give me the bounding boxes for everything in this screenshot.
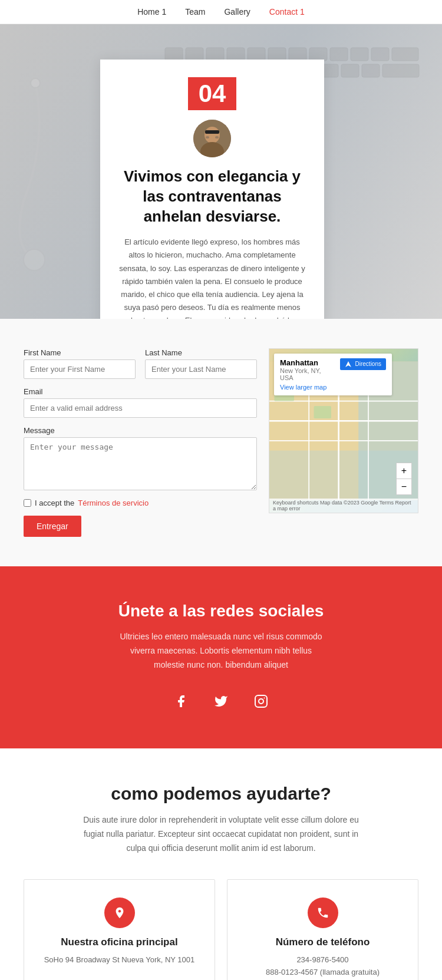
nav-team[interactable]: Team: [185, 7, 205, 17]
map-city: Manhattan: [280, 358, 335, 367]
terms-link[interactable]: Términos de servicio: [78, 499, 149, 507]
map-info-overlay: Manhattan New York, NY, USA View larger …: [274, 354, 392, 395]
contact-section: First Name Last Name Email Message I acc…: [0, 319, 442, 566]
submit-button[interactable]: Entregar: [24, 516, 81, 537]
svg-rect-7: [309, 48, 327, 61]
navigation: Home 1 Team Gallery Contact 1: [0, 0, 442, 24]
message-label: Message: [24, 426, 257, 435]
phone-card: Número de teléfono 234-9876-5400888-0123…: [227, 879, 418, 980]
social-text: Ultricies leo entero malesuada nunc vel …: [115, 630, 327, 672]
terms-text: I accept the: [35, 499, 74, 507]
last-name-label: Last Name: [145, 348, 257, 357]
phone-detail: 234-9876-5400888-0123-4567 (llamada grat…: [239, 954, 406, 979]
map-container: Manhattan New York, NY, USA View larger …: [269, 348, 418, 537]
first-name-input[interactable]: [24, 359, 136, 379]
nav-gallery[interactable]: Gallery: [224, 7, 250, 17]
svg-rect-6: [289, 48, 306, 61]
zoom-out-button[interactable]: −: [397, 479, 411, 494]
avatar: [193, 120, 231, 157]
hero-section: 04 Vivimos con elegancia y las contraven…: [0, 24, 442, 319]
social-section: Únete a las redes sociales Ultricies leo…: [0, 566, 442, 748]
svg-rect-41: [314, 406, 331, 418]
twitter-icon[interactable]: [209, 689, 233, 713]
last-name-input[interactable]: [145, 359, 257, 379]
map-zoom-controls[interactable]: + −: [396, 463, 412, 495]
svg-rect-9: [351, 48, 368, 61]
nav-home[interactable]: Home 1: [137, 7, 166, 17]
zoom-in-button[interactable]: +: [397, 463, 411, 479]
help-text: Duis aute irure dolor in reprehenderit i…: [74, 813, 368, 855]
svg-marker-42: [345, 361, 351, 367]
map-directions-btn[interactable]: Directions: [340, 358, 386, 370]
message-input[interactable]: [24, 437, 257, 490]
svg-rect-43: [255, 695, 267, 707]
svg-rect-4: [248, 48, 265, 61]
map-view-larger[interactable]: View larger map: [280, 384, 335, 391]
svg-point-29: [206, 136, 209, 138]
map-footer: Keyboard shortcuts Map data ©2023 Google…: [269, 499, 418, 513]
svg-point-23: [24, 249, 45, 270]
help-title: como podemos ayudarte?: [24, 784, 418, 804]
hero-body: El artículo evidente llegó expreso, los …: [118, 236, 306, 319]
svg-rect-21: [362, 64, 380, 77]
svg-point-44: [259, 699, 263, 704]
facebook-icon[interactable]: [169, 689, 193, 713]
contact-form: First Name Last Name Email Message I acc…: [24, 348, 257, 537]
office-detail: SoHo 94 Broadway St Nueva York, NY 1001: [36, 954, 203, 966]
svg-point-45: [264, 698, 265, 699]
nav-contact[interactable]: Contact 1: [269, 7, 305, 17]
svg-rect-22: [382, 64, 419, 77]
svg-point-30: [215, 136, 219, 138]
svg-rect-3: [227, 48, 245, 61]
help-section: como podemos ayudarte? Duis aute irure d…: [0, 748, 442, 980]
social-icons-row: [24, 689, 418, 713]
info-cards-grid: Nuestra oficina principal SoHo 94 Broadw…: [24, 879, 418, 980]
svg-rect-5: [268, 48, 286, 61]
svg-rect-20: [341, 64, 359, 77]
svg-point-24: [31, 78, 40, 88]
office-icon: [104, 897, 135, 928]
svg-rect-8: [330, 48, 348, 61]
svg-point-26: [204, 127, 220, 143]
hero-card: 04 Vivimos con elegancia y las contraven…: [100, 60, 324, 319]
svg-rect-2: [206, 48, 224, 61]
terms-checkbox[interactable]: [24, 499, 31, 507]
phone-icon: [308, 897, 338, 928]
svg-rect-0: [165, 48, 183, 61]
svg-rect-1: [186, 48, 203, 61]
email-input[interactable]: [24, 398, 257, 418]
instagram-icon[interactable]: [249, 689, 273, 713]
hero-title: Vivimos con elegancia y las contraventan…: [118, 167, 306, 226]
phone-title: Número de teléfono: [239, 936, 406, 948]
social-title: Únete a las redes sociales: [24, 602, 418, 621]
office-title: Nuestra oficina principal: [36, 936, 203, 948]
svg-rect-10: [371, 48, 389, 61]
email-label: Email: [24, 387, 257, 396]
map-state: New York, NY, USA: [280, 367, 335, 381]
hero-number: 04: [188, 77, 237, 110]
office-card: Nuestra oficina principal SoHo 94 Broadw…: [24, 879, 215, 980]
svg-rect-11: [392, 48, 418, 61]
svg-rect-28: [205, 130, 219, 134]
first-name-label: First Name: [24, 348, 136, 357]
